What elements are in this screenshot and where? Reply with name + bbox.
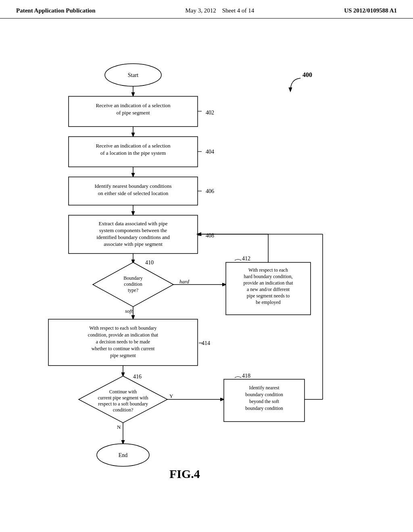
svg-text:With respect to each soft boun: With respect to each soft boundary — [89, 325, 156, 331]
header-sheet: Sheet 4 of 14 — [222, 7, 254, 14]
svg-text:boundary condition: boundary condition — [245, 405, 283, 411]
svg-text:condition, provide an indicati: condition, provide an indication that — [88, 332, 159, 338]
start-label: Start — [128, 72, 139, 78]
svg-text:Identify nearest: Identify nearest — [249, 385, 280, 391]
svg-text:system components between the: system components between the — [99, 227, 167, 233]
svg-text:Continue with: Continue with — [109, 389, 137, 395]
svg-text:condition?: condition? — [113, 407, 133, 413]
header-patent: US 2012/0109588 A1 — [344, 7, 397, 14]
svg-text:Y: Y — [169, 393, 173, 399]
page-header: Patent Application Publication May 3, 20… — [0, 0, 413, 19]
header-publication: Patent Application Publication — [16, 7, 96, 14]
svg-text:provide an indication that: provide an indication that — [244, 280, 294, 286]
svg-text:hard: hard — [179, 278, 190, 285]
svg-text:type?: type? — [128, 287, 138, 293]
svg-text:on either side of selected loc: on either side of selected location — [98, 190, 169, 196]
svg-text:N: N — [117, 424, 121, 430]
svg-text:Identify nearest boundary cond: Identify nearest boundary conditions — [95, 183, 172, 189]
svg-text:condition: condition — [124, 281, 142, 287]
svg-text:Boundary: Boundary — [123, 275, 142, 281]
svg-text:a decision needs to be made: a decision needs to be made — [96, 339, 150, 345]
svg-text:current pipe segment with: current pipe segment with — [98, 395, 148, 401]
svg-text:boundary condition: boundary condition — [245, 392, 283, 397]
svg-text:414: 414 — [202, 340, 210, 346]
svg-text:identified boundary conditions: identified boundary conditions and — [96, 234, 170, 240]
svg-text:soft: soft — [125, 308, 133, 314]
svg-text:associate with pipe segment: associate with pipe segment — [104, 241, 163, 247]
svg-text:FIG.4: FIG.4 — [169, 467, 200, 480]
svg-text:End: End — [119, 452, 128, 458]
svg-text:402: 402 — [206, 110, 214, 116]
svg-text:pipe segment: pipe segment — [110, 353, 136, 358]
svg-text:412: 412 — [242, 256, 250, 262]
svg-text:Receive an indication of a sel: Receive an indication of a selection — [96, 143, 171, 149]
svg-text:418: 418 — [242, 373, 250, 379]
svg-text:406: 406 — [206, 188, 214, 194]
svg-text:be employed: be employed — [256, 299, 281, 305]
svg-text:400: 400 — [302, 71, 312, 78]
svg-text:404: 404 — [206, 149, 214, 155]
diagram-area: 400 Start Receive an indication of a sel… — [0, 19, 413, 510]
svg-text:beyond the soft: beyond the soft — [249, 399, 280, 404]
svg-text:pipe segment needs to: pipe segment needs to — [247, 293, 290, 299]
svg-text:hard boundary condition,: hard boundary condition, — [244, 274, 293, 279]
svg-text:respect to a soft boundary: respect to a soft boundary — [98, 401, 148, 407]
svg-text:whether to continue with curre: whether to continue with current — [92, 346, 155, 351]
svg-text:416: 416 — [133, 374, 142, 380]
svg-text:408: 408 — [206, 233, 214, 239]
header-date: May 3, 2012 — [186, 7, 216, 14]
svg-text:Receive an indication of a sel: Receive an indication of a selection — [96, 102, 171, 108]
svg-text:of a location in the pipe syst: of a location in the pipe system — [100, 150, 166, 156]
svg-text:With respect to each: With respect to each — [248, 267, 288, 273]
svg-text:a new and/or different: a new and/or different — [247, 287, 290, 292]
svg-text:Extract data associated with p: Extract data associated with pipe — [98, 220, 167, 227]
header-center: May 3, 2012 Sheet 4 of 14 — [186, 7, 254, 14]
svg-text:of pipe segment: of pipe segment — [116, 110, 150, 116]
svg-text:410: 410 — [145, 260, 154, 266]
